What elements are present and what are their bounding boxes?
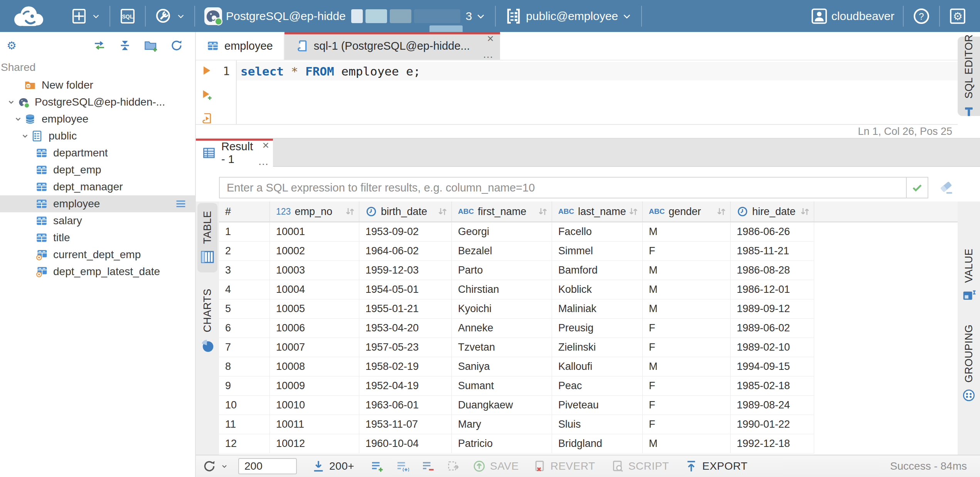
settings-button[interactable]: ⚙ — [940, 0, 975, 32]
column-header-emp_no[interactable]: 123emp_no — [270, 202, 359, 222]
eraser-icon[interactable] — [938, 178, 955, 195]
sql-code-line[interactable]: select * FROM employee e; — [237, 62, 958, 81]
help-button[interactable]: ? — [904, 0, 939, 32]
chevron-down-icon[interactable] — [6, 97, 17, 107]
grid-cell[interactable]: Bezalel — [452, 242, 552, 261]
grid-cell[interactable]: 1953-09-02 — [359, 222, 452, 242]
grid-cell[interactable]: 10001 — [270, 222, 359, 242]
panel-gear-icon[interactable]: ⚙ — [5, 39, 19, 52]
more-icon[interactable]: … — [258, 156, 269, 167]
sync-icon[interactable] — [93, 39, 106, 52]
new-sql-editor-button[interactable]: SQL — [110, 0, 145, 32]
grid-cell[interactable]: 1994-09-15 — [731, 357, 814, 376]
column-header-hire_date[interactable]: hire_date — [731, 202, 814, 222]
sort-icon[interactable] — [716, 206, 727, 217]
row-index-cell[interactable]: 2 — [219, 242, 270, 261]
collapse-all-icon[interactable] — [118, 39, 132, 52]
grid-cell[interactable]: 1989-08-24 — [731, 396, 814, 415]
column-header-last_name[interactable]: ABClast_name — [552, 202, 643, 222]
rail-tab-table[interactable]: TABLE — [197, 203, 217, 272]
grid-cell[interactable]: 10012 — [270, 434, 359, 453]
run-icon[interactable] — [200, 64, 213, 77]
grid-cell[interactable]: M — [643, 357, 731, 376]
grid-cell[interactable]: Bamford — [552, 261, 643, 280]
rail-tab-grouping[interactable]: GROUPING — [959, 317, 978, 410]
grid-cell[interactable]: M — [643, 299, 731, 319]
duplicate-row-button[interactable] — [395, 459, 409, 473]
grid-cell[interactable]: 1990-01-22 — [731, 415, 814, 434]
close-icon[interactable]: × — [487, 33, 494, 44]
grid-cell[interactable]: 10002 — [270, 242, 359, 261]
row-index-cell[interactable]: 5 — [219, 299, 270, 319]
grid-cell[interactable]: 1954-05-01 — [359, 280, 452, 299]
run-new-tab-icon[interactable] — [200, 88, 213, 101]
tree-item-department[interactable]: department — [0, 144, 195, 161]
grid-cell[interactable]: Mary — [452, 415, 552, 434]
filter-input[interactable] — [220, 178, 906, 198]
refresh-button[interactable] — [202, 459, 228, 474]
grid-cell[interactable]: Patricio — [452, 434, 552, 453]
grid-cell[interactable]: 10009 — [270, 376, 359, 396]
grid-cell[interactable]: 1952-04-19 — [359, 376, 452, 396]
column-header-birth_date[interactable]: birth_date — [359, 202, 452, 222]
tree-item-dept_emp_latest_date[interactable]: dept_emp_latest_date — [0, 263, 195, 280]
row-index-cell[interactable]: 11 — [219, 415, 270, 434]
grid-cell[interactable]: F — [643, 319, 731, 338]
grid-cell[interactable]: Piveteau — [552, 396, 643, 415]
sort-icon[interactable] — [537, 206, 549, 217]
grid-cell[interactable]: Kalloufi — [552, 357, 643, 376]
rail-tab-value[interactable]: VALUE — [959, 241, 978, 311]
grid-cell[interactable]: Parto — [452, 261, 552, 280]
add-folder-icon[interactable] — [143, 38, 158, 53]
connection-selector[interactable]: PostgreSQL@ep-hidde 3 — [195, 0, 495, 32]
tab-result-1[interactable]: Result - 1 × … — [196, 139, 273, 167]
grid-cell[interactable]: M — [643, 261, 731, 280]
grid-cell[interactable]: F — [643, 242, 731, 261]
sort-icon[interactable] — [344, 206, 356, 217]
revert-button[interactable]: REVERT — [533, 459, 595, 473]
grid-cell[interactable]: Tzvetan — [452, 338, 552, 357]
grid-cell[interactable]: Preusig — [552, 319, 643, 338]
grid-cell[interactable]: F — [643, 338, 731, 357]
row-index-cell[interactable]: 7 — [219, 338, 270, 357]
grid-cell[interactable]: F — [643, 396, 731, 415]
column-header-first_name[interactable]: ABCfirst_name — [452, 202, 552, 222]
tree-item-employee[interactable]: employee — [0, 195, 195, 212]
chevron-down-icon[interactable] — [13, 114, 24, 124]
row-index-cell[interactable]: 10 — [219, 396, 270, 415]
grid-cell[interactable]: Simmel — [552, 242, 643, 261]
grid-cell[interactable]: 1963-06-01 — [359, 396, 452, 415]
save-button[interactable]: SAVE — [472, 459, 519, 473]
grid-cell[interactable]: Peac — [552, 376, 643, 396]
schema-selector[interactable]: public@employee — [496, 0, 641, 32]
grid-cell[interactable]: Saniya — [452, 357, 552, 376]
grid-cell[interactable]: 1955-01-21 — [359, 299, 452, 319]
grid-cell[interactable]: 10003 — [270, 261, 359, 280]
grid-cell[interactable]: 1989-02-10 — [731, 338, 814, 357]
tree-item-PostgreSQL-ep-hidden-[interactable]: PostgreSQL@ep-hidden-... — [0, 94, 195, 111]
column-header-gender[interactable]: ABCgender — [643, 202, 731, 222]
export-button[interactable]: EXPORT — [684, 459, 748, 473]
close-icon[interactable]: × — [262, 139, 269, 151]
grid-cell[interactable]: 1992-12-18 — [731, 434, 814, 453]
grid-cell[interactable]: 1989-06-02 — [731, 319, 814, 338]
more-icon[interactable]: … — [483, 49, 494, 60]
grid-cell[interactable]: 1985-02-18 — [731, 376, 814, 396]
grid-cell[interactable]: Chirstian — [452, 280, 552, 299]
tab-sql-1[interactable]: sql-1 (PostgreSQL@ep-hidde... × … — [285, 32, 500, 60]
grid-cell[interactable]: Duangkaew — [452, 396, 552, 415]
grid-cell[interactable]: 10010 — [270, 396, 359, 415]
tree-item-public[interactable]: public — [0, 128, 195, 144]
grid-cell[interactable]: 1957-05-23 — [359, 338, 452, 357]
tree-item-employee[interactable]: employee — [0, 111, 195, 128]
grid-cell[interactable]: M — [643, 280, 731, 299]
row-index-cell[interactable]: 3 — [219, 261, 270, 280]
delete-row-button[interactable] — [421, 459, 434, 473]
execute-script-icon[interactable] — [200, 112, 213, 124]
grid-cell[interactable]: 1986-06-26 — [731, 222, 814, 242]
grid-cell[interactable]: Zielinski — [552, 338, 643, 357]
grid-cell[interactable]: Sluis — [552, 415, 643, 434]
grid-cell[interactable]: 1953-11-07 — [359, 415, 452, 434]
grid-cell[interactable]: Maliniak — [552, 299, 643, 319]
apply-filter-button[interactable] — [906, 178, 928, 198]
